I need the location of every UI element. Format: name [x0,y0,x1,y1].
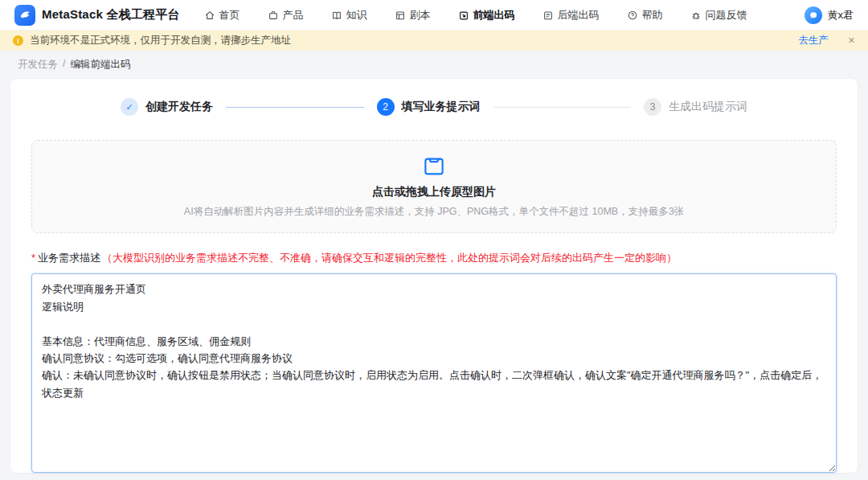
main-nav: 首页 产品 知识 剧本 前端出码 后端出码 帮助 问题反馈 [204,8,805,23]
user-avatar [805,6,822,24]
metastack-logo-icon [14,5,35,26]
step-indicator: ✓ 创建开发任务 2 填写业务提示词 3 生成出码提示词 [121,98,747,116]
help-icon [627,10,638,21]
nav-item-product[interactable]: 产品 [268,8,304,23]
product-icon [268,10,279,21]
banner-close-icon[interactable]: ✕ [848,35,855,46]
banner-message: 当前环境不是正式环境，仅用于开发自测，请挪步生产地址 [30,34,792,47]
username: 黄x君 [828,8,854,23]
knowledge-icon [331,10,342,21]
nav-item-help[interactable]: 帮助 [627,8,663,23]
nav-item-home[interactable]: 首页 [204,8,240,23]
breadcrumb: 开发任务 / 编辑前端出码 [0,51,868,78]
nav-item-feedback[interactable]: 问题反馈 [690,8,747,23]
step-create-task: ✓ 创建开发任务 [121,98,213,116]
top-navbar: MetaStack 全栈工程平台 首页 产品 知识 剧本 前端出码 后端出码 [0,0,868,31]
step-fill-prompt: 2 填写业务提示词 [377,98,481,116]
warning-icon: ! [13,35,23,46]
nav-item-frontend-code[interactable]: 前端出码 [458,8,515,23]
brand[interactable]: MetaStack 全栈工程平台 [14,5,180,26]
upload-dropzone[interactable]: 点击或拖拽上传原型图片 AI将自动解析图片内容并生成详细的业务需求描述，支持 J… [31,140,837,233]
go-production-link[interactable]: 去生产 [798,34,829,47]
frontend-code-icon [458,10,469,21]
step-generate-prompt: 3 生成出码提示词 [644,98,747,116]
breadcrumb-current: 编辑前端出码 [70,58,130,72]
business-requirement-textarea[interactable]: 外卖代理商服务开通页 逻辑说明 基本信息：代理商信息、服务区域、佣金规则 确认同… [31,273,837,473]
chat-bubble-icon [809,10,818,20]
feedback-icon [690,10,702,21]
brand-title: MetaStack 全栈工程平台 [42,7,180,23]
step-connector [493,107,632,108]
breadcrumb-separator: / [63,58,65,72]
required-asterisk: * [31,252,35,264]
backend-code-icon [542,10,554,21]
nav-item-knowledge[interactable]: 知识 [331,8,367,23]
upload-title: 点击或拖拽上传原型图片 [372,185,496,199]
step-number: 2 [377,98,395,116]
env-warning-banner: ! 当前环境不是正式环境，仅用于开发自测，请挪步生产地址 去生产 ✕ [0,31,868,51]
script-icon [395,10,406,21]
field-label-row: *业务需求描述（大模型识别的业务需求描述不完整、不准确，请确保交互和逻辑的完整性… [31,251,837,265]
upload-hint: AI将自动解析图片内容并生成详细的业务需求描述，支持 JPG、PNG格式，单个文… [184,205,684,219]
check-icon: ✓ [121,98,138,116]
user-menu[interactable]: 黄x君 [805,6,854,24]
step-number: 3 [644,98,661,116]
breadcrumb-dev-tasks[interactable]: 开发任务 [18,58,58,72]
main-card: ✓ 创建开发任务 2 填写业务提示词 3 生成出码提示词 点击或拖拽上传原型图片… [10,78,858,474]
nav-item-script[interactable]: 剧本 [395,8,431,23]
field-warning-text: （大模型识别的业务需求描述不完整、不准确，请确保交互和逻辑的完整性，此处的提示词… [102,252,677,264]
home-icon [204,10,215,21]
step-connector [226,107,364,108]
inbox-upload-icon [422,154,446,178]
nav-item-backend-code[interactable]: 后端出码 [542,8,600,23]
field-label: 业务需求描述 [38,252,100,264]
